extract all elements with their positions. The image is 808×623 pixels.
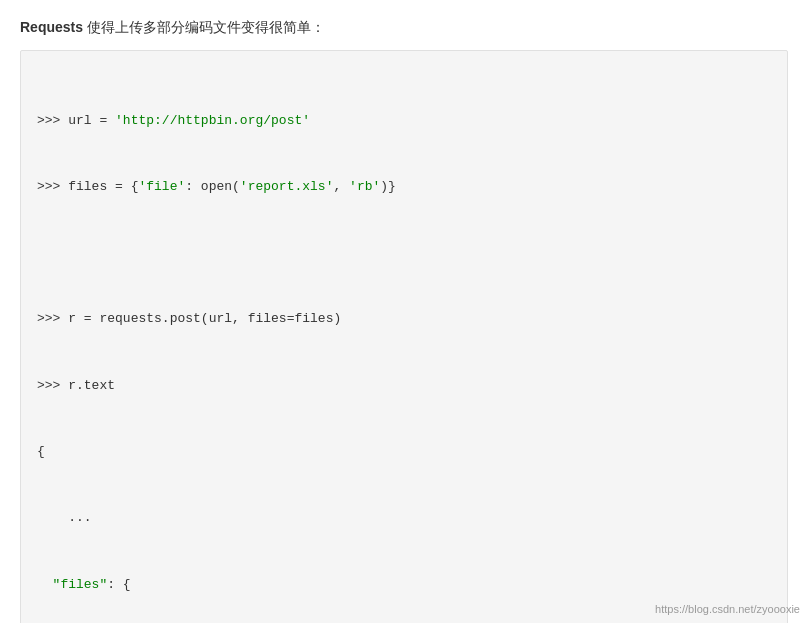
- code-line: >>> files = {'file': open('report.xls', …: [37, 176, 771, 198]
- code-line: "files": {: [37, 574, 771, 596]
- code-line: >>> url = 'http://httpbin.org/post': [37, 110, 771, 132]
- code-line: >>> r.text: [37, 375, 771, 397]
- code-block-1[interactable]: >>> url = 'http://httpbin.org/post' >>> …: [20, 50, 788, 623]
- watermark: https://blog.csdn.net/zyoooxie: [655, 603, 800, 615]
- code-line: ...: [37, 507, 771, 529]
- empty-line: [37, 242, 771, 264]
- intro-text-1: Requests 使得上传多部分编码文件变得很简单：: [20, 16, 788, 38]
- code-line: >>> r = requests.post(url, files=files): [37, 308, 771, 330]
- code-line: {: [37, 441, 771, 463]
- page-container: Requests 使得上传多部分编码文件变得很简单： >>> url = 'ht…: [0, 0, 808, 623]
